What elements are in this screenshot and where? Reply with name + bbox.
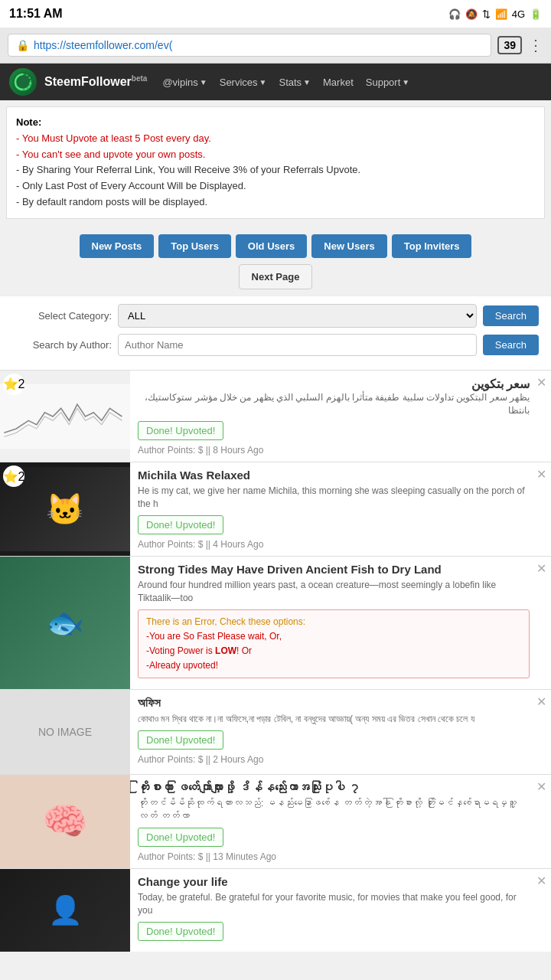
post-status: Done! Upvoted! xyxy=(138,515,223,534)
battery-icon: 🔋 xyxy=(530,8,542,20)
nav-market[interactable]: Market xyxy=(318,74,358,91)
category-label: Select Category: xyxy=(12,310,112,322)
post-status: Done! Upvoted! xyxy=(138,828,223,847)
bluetooth-icon: ⇅ xyxy=(482,8,491,20)
note-line-2: - You can't see and upvote your own post… xyxy=(16,149,205,160)
browser-bar: 🔒 https://steemfollower.com/ev( 39 ⋮ xyxy=(0,28,551,64)
post-body: Strong Tides May Have Driven Ancient Fis… xyxy=(130,557,551,689)
post-excerpt: He is my cat, we give her name Michila, … xyxy=(138,485,530,511)
post-title: অফিস xyxy=(138,696,530,710)
nav-stats[interactable]: Stats ▼ xyxy=(274,74,315,91)
post-status: Done! Upvoted! xyxy=(138,922,223,941)
status-icons: 🎧 🔕 ⇅ 📶 4G 🔋 xyxy=(448,8,542,20)
category-search-button[interactable]: Search xyxy=(483,305,539,326)
nav-vipins[interactable]: @vipins ▼ xyxy=(158,74,211,91)
nav-support[interactable]: Support ▼ xyxy=(361,74,414,91)
post-excerpt: Today, be grateful. Be grateful for your… xyxy=(138,891,530,917)
note-line-4: - Only Last Post of Every Account Will b… xyxy=(16,180,246,191)
post-card: 👤 Change your life Today, be grateful. B… xyxy=(0,868,551,952)
site-logo xyxy=(9,68,37,96)
post-thumbnail: ⭐2 xyxy=(0,371,130,462)
post-title: ကြိုးစားကာ ဖြတ်ကျော်လျှားဖို့ ဒိန်နည်းကေ… xyxy=(138,781,530,794)
status-time: 11:51 AM xyxy=(9,7,63,21)
post-meta: Author Points: $ || 4 Hours Ago xyxy=(138,539,530,550)
post-thumbnail: NO IMAGE xyxy=(0,690,130,774)
post-body: অফিস কোথাও মন স্থির থাকে না।না অফিসে,না … xyxy=(130,690,551,774)
nav-services[interactable]: Services ▼ xyxy=(215,74,272,91)
post-meta: Author Points: $ || 8 Hours Ago xyxy=(138,445,530,456)
post-status: Done! Upvoted! xyxy=(138,421,223,440)
network-icon: 4G xyxy=(512,8,525,20)
close-button[interactable]: ✕ xyxy=(536,561,546,576)
post-body: Change your life Today, be grateful. Be … xyxy=(130,869,551,952)
close-button[interactable]: ✕ xyxy=(536,375,546,390)
new-posts-button[interactable]: New Posts xyxy=(80,234,155,258)
post-error: There is an Error, Check these options: … xyxy=(138,609,530,679)
post-excerpt: কোথাও মন স্থির থাকে না।না অফিসে,না পড়ার… xyxy=(138,713,530,726)
post-card: 🧠 ကြိုးစားကာ ဖြတ်ကျော်လျှားဖို့ ဒိန်နည်း… xyxy=(0,774,551,868)
author-input[interactable] xyxy=(118,334,477,356)
post-card: ⭐2 سعر بتكوين يظهر سعر البتكوين تداولات … xyxy=(0,370,551,462)
more-menu-button[interactable]: ⋮ xyxy=(528,36,543,54)
post-card: NO IMAGE অফিস কোথাও মন স্থির থাকে না।না … xyxy=(0,689,551,774)
error-line-3: -Already upvoted! xyxy=(146,658,521,673)
url-text: https://steemfollower.com/ev( xyxy=(34,39,172,51)
badge: ⭐2 xyxy=(3,374,24,395)
post-title: سعر بتكوين xyxy=(138,377,530,391)
close-button[interactable]: ✕ xyxy=(536,467,546,482)
post-meta: Author Points: $ || 13 Minutes Ago xyxy=(138,851,530,862)
post-thumbnail: 🐟 xyxy=(0,557,130,689)
note-box: Note: - You Must Upvote at least 5 Post … xyxy=(6,106,545,219)
post-thumbnail: ⭐2 🐱 xyxy=(0,462,130,556)
post-title: Michila Was Relaxed xyxy=(138,469,530,482)
new-users-button[interactable]: New Users xyxy=(311,234,386,258)
note-label: Note: xyxy=(16,116,41,128)
post-excerpt: တိုးတင်မိမိဆိုထုက်ရတားလသည်: မနည်းမနောဖြစ… xyxy=(138,797,530,823)
note-line-5: - By default random posts will be displa… xyxy=(16,196,207,207)
top-users-button[interactable]: Top Users xyxy=(158,234,231,258)
post-meta: Author Points: $ || 2 Hours Ago xyxy=(138,754,530,765)
post-card: 🐟 Strong Tides May Have Driven Ancient F… xyxy=(0,556,551,689)
next-page-button[interactable]: Next Page xyxy=(239,264,313,289)
post-status: Done! Upvoted! xyxy=(138,730,223,750)
old-users-button[interactable]: Old Users xyxy=(236,234,307,258)
error-line-2: -Voting Power is LOW! Or xyxy=(146,644,521,658)
post-thumbnail: 🧠 xyxy=(0,775,130,868)
svg-rect-1 xyxy=(0,384,130,449)
category-select[interactable]: ALL Photography Technology Travel xyxy=(118,304,477,328)
nav-bar: SteemFollowerbeta @vipins ▼ Services ▼ S… xyxy=(0,64,551,100)
note-line-1: - You Must Upvote at least 5 Post every … xyxy=(16,132,211,144)
author-label: Search by Author: xyxy=(12,339,112,351)
close-button[interactable]: ✕ xyxy=(536,779,546,794)
filter-section: Select Category: ALL Photography Technol… xyxy=(0,296,551,370)
top-inviters-button[interactable]: Top Inviters xyxy=(392,234,472,258)
signal-icon: 📶 xyxy=(495,8,507,20)
author-search-button[interactable]: Search xyxy=(483,335,539,355)
post-body: Michila Was Relaxed He is my cat, we giv… xyxy=(130,462,551,556)
url-box[interactable]: 🔒 https://steemfollower.com/ev( xyxy=(8,34,491,57)
error-line-1: -You are So Fast Please wait, Or, xyxy=(146,629,521,644)
post-card: ⭐2 🐱 Michila Was Relaxed He is my cat, w… xyxy=(0,462,551,556)
lock-icon: 🔒 xyxy=(16,39,29,51)
brand-name: SteemFollowerbeta xyxy=(44,74,147,89)
post-title: Change your life xyxy=(138,875,530,888)
close-button[interactable]: ✕ xyxy=(536,694,546,709)
post-thumbnail: 👤 xyxy=(0,869,130,952)
post-filter-buttons: New Posts Top Users Old Users New Users … xyxy=(0,225,551,258)
bell-icon: 🔕 xyxy=(465,8,478,20)
error-head: There is an Error, Check these options: xyxy=(146,615,521,629)
tab-count[interactable]: 39 xyxy=(497,36,522,54)
post-body: ကြိုးစားကာ ဖြတ်ကျော်လျှားဖို့ ဒိန်နည်းကေ… xyxy=(130,775,551,868)
post-body: سعر بتكوين يظهر سعر البتكوين تداولات سلب… xyxy=(130,371,551,462)
nav-items: @vipins ▼ Services ▼ Stats ▼ Market Supp… xyxy=(158,74,414,91)
headphone-icon: 🎧 xyxy=(448,8,461,20)
author-filter-row: Search by Author: Search xyxy=(12,334,539,356)
post-excerpt: Around four hundred million years past, … xyxy=(138,579,530,605)
posts-container: ⭐2 سعر بتكوين يظهر سعر البتكوين تداولات … xyxy=(0,370,551,952)
category-filter-row: Select Category: ALL Photography Technol… xyxy=(12,304,539,328)
note-line-3: - By Sharing Your Referral Link, You wil… xyxy=(16,164,360,175)
next-row: Next Page xyxy=(0,258,551,296)
post-title: Strong Tides May Have Driven Ancient Fis… xyxy=(138,563,530,576)
close-button[interactable]: ✕ xyxy=(536,874,546,888)
status-bar: 11:51 AM 🎧 🔕 ⇅ 📶 4G 🔋 xyxy=(0,0,551,28)
